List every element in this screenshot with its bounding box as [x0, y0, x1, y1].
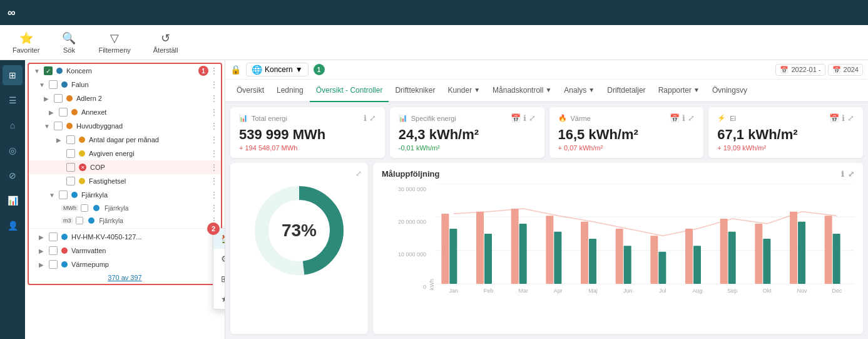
metric-change-specific: -0,01 kWh/m² — [399, 144, 536, 152]
calendar-icon-el[interactable]: 📅 — [829, 113, 839, 123]
nav-person[interactable]: 👤 — [3, 216, 23, 236]
chart-card: Måluppföljning ℹ ⤢ 30 000 000 20 000 000 — [373, 163, 863, 334]
date-start[interactable]: 📅 2022-01 - — [775, 64, 825, 76]
metric-icons-el: 📅 ℹ ⤢ — [829, 113, 854, 123]
reset-button[interactable]: ↺ Återställ — [148, 29, 183, 56]
tree-item-fastighetsel[interactable]: Fastighetsel ⋮ — [29, 174, 221, 188]
checkbox-m3[interactable] — [76, 217, 83, 224]
nav-rapporter[interactable]: Rapporter ▼ — [652, 80, 706, 102]
checkbox-avgiven[interactable] — [66, 149, 75, 158]
tree-item-adlern2[interactable]: ▶ Adlern 2 ⋮ — [29, 91, 221, 105]
nav-ovningsvy[interactable]: Övningsvy — [706, 80, 753, 102]
tree-more-antal[interactable]: ⋮ — [210, 135, 218, 145]
tree-item-huvudbyggnad[interactable]: ▼ Huvudbyggnad ⋮ — [29, 119, 221, 133]
checkbox-varmepump[interactable] — [49, 260, 58, 269]
tree-item-varmepump[interactable]: ▶ Värmepump ⋮ — [29, 258, 221, 271]
checkbox-fastighetsel[interactable] — [66, 177, 75, 185]
dot-avgiven — [79, 150, 85, 157]
nav-circle[interactable]: ◎ — [3, 140, 23, 160]
nav-ledning[interactable]: Ledning — [270, 80, 310, 102]
info-icon-specific[interactable]: ℹ — [523, 113, 526, 123]
tree-more-huvudbyggnad[interactable]: ⋮ — [210, 121, 218, 131]
tree-item-cop[interactable]: ✕ COP ⋮ — [29, 160, 221, 174]
checkbox-annexet[interactable] — [59, 108, 68, 117]
expand-icon-chart[interactable]: ⤢ — [848, 170, 854, 179]
grid-icon: ⊞ — [221, 274, 225, 284]
nav-kunder[interactable]: Kunder ▼ — [441, 80, 486, 102]
nav-oversikt[interactable]: Översikt — [230, 80, 270, 102]
tree-item-varmvatten[interactable]: ▶ Varmvatten ⋮ — [29, 244, 221, 258]
nav-layers[interactable]: ☰ — [3, 90, 23, 110]
tree-more-fastighetsel[interactable]: ⋮ — [210, 176, 218, 186]
info-icon-el[interactable]: ℹ — [842, 113, 845, 123]
checkbox-mwh[interactable] — [81, 204, 88, 212]
tree-more-falun[interactable]: ⋮ — [210, 80, 218, 90]
tree-item-koncern[interactable]: ▼ ✓ Koncern 1 ⋮ — [29, 64, 221, 78]
checkbox-hv[interactable] — [49, 232, 58, 241]
checkbox-falun[interactable] — [49, 80, 58, 89]
metric-value-specific: 24,3 kWh/m² — [399, 127, 536, 143]
org-name: Koncern — [265, 65, 293, 74]
tree-more-annexet[interactable]: ⋮ — [210, 107, 218, 117]
tree-more-mwh[interactable]: ⋮ — [210, 203, 218, 213]
calendar-icon-specific[interactable]: 📅 — [511, 113, 521, 123]
svg-rect-10 — [476, 212, 484, 284]
date-end[interactable]: 📅 2024 — [828, 64, 863, 76]
expand-icon-specific[interactable]: ⤢ — [529, 113, 536, 123]
svg-rect-37 — [790, 212, 797, 284]
nav-manadskontroll[interactable]: Månadskontroll ▼ — [486, 80, 558, 102]
tree-item-fjarrkyla[interactable]: ▼ Fjärrkyla ⋮ — [29, 188, 221, 202]
expand-icon-donut[interactable]: ⤢ — [355, 169, 362, 178]
dot-mwh — [93, 205, 100, 211]
chevron-rapporter: ▼ — [693, 86, 700, 93]
nav-driftdetaljer[interactable]: Driftdetaljer — [601, 80, 651, 102]
checkbox-adlern2[interactable] — [54, 94, 63, 103]
calendar-icon-heat[interactable]: 📅 — [670, 113, 680, 123]
context-menu-redigera[interactable]: ⚙ Redigera — [213, 249, 225, 269]
tree-item-falun[interactable]: ▼ Falun ⋮ — [29, 78, 221, 91]
nav-analys[interactable]: Analys ▼ — [558, 80, 601, 102]
filter-button[interactable]: ▽ Filtermeny — [93, 29, 135, 56]
nav-drifttekniker[interactable]: Drifttekniker — [389, 80, 441, 102]
org-badge: 1 — [314, 64, 325, 75]
favorites-label: Favoriter — [13, 46, 39, 54]
checkbox-fjarrkyla[interactable] — [59, 190, 68, 199]
org-selector[interactable]: 🌐 Koncern ▼ — [246, 63, 309, 76]
checkbox-antal[interactable] — [66, 135, 75, 144]
chart-svg: JanFebMarAprMajJunJulAugSepOktNovDec — [436, 184, 854, 303]
context-menu-bort[interactable]: ★ Ta bort från favoriter — [213, 289, 225, 309]
tree-more-avgiven[interactable]: ⋮ — [210, 149, 218, 159]
context-menu-toppnod[interactable]: ⊞ Ange som toppnod — [213, 269, 225, 289]
checkbox-koncern[interactable]: ✓ — [44, 66, 53, 75]
info-icon-chart[interactable]: ℹ — [841, 170, 844, 179]
checkbox-varmvatten[interactable] — [49, 246, 58, 255]
search-button[interactable]: 🔍 Sök — [57, 29, 81, 56]
nav-dashboard[interactable]: ⊞ — [3, 65, 23, 85]
koncern-badge: 1 — [198, 66, 208, 76]
metric-card-electricity: ⚡ El 📅 ℹ ⤢ 67,1 kWh/m² + 19,09 kWh/m² — [708, 107, 863, 158]
tree-more-cop[interactable]: ⋮ — [210, 162, 218, 172]
favorites-button[interactable]: ⭐ Favoriter — [8, 29, 44, 56]
tree-more-koncern[interactable]: ⋮ — [210, 66, 218, 76]
checkbox-huvudbyggnad[interactable] — [54, 122, 63, 130]
expand-icon-heat[interactable]: ⤢ — [688, 113, 695, 123]
svg-text:Aug: Aug — [692, 288, 702, 294]
nav-home[interactable]: ⌂ — [3, 115, 23, 135]
tree-item-antal-dagar[interactable]: ▶ Antal dagar per månad ⋮ — [29, 133, 221, 147]
tree-item-avgiven[interactable]: Avgiven energi ⋮ — [29, 147, 221, 160]
nav-chart[interactable]: 📊 — [3, 190, 23, 211]
date-start-value: 2022-01 - — [791, 66, 820, 73]
expand-icon-total[interactable]: ⤢ — [369, 113, 376, 123]
show-more-link[interactable]: 370 av 397 — [29, 271, 221, 284]
app-root: ∞ ⭐ Favoriter 🔍 Sök ▽ Filtermeny ↺ Åters… — [0, 0, 868, 339]
expand-icon-el[interactable]: ⤢ — [847, 113, 854, 123]
tree-item-annexet[interactable]: ▶ Annexet ⋮ — [29, 105, 221, 119]
checkbox-cop[interactable] — [66, 163, 75, 172]
info-icon-heat[interactable]: ℹ — [682, 113, 685, 123]
tree-more-adlern2[interactable]: ⋮ — [210, 93, 218, 103]
nav-thermometer[interactable]: ⊘ — [3, 165, 23, 185]
info-icon-total[interactable]: ℹ — [364, 113, 367, 123]
tree-item-hv[interactable]: ▶ HV-HM-KV-4050-127... ⋮ — [29, 230, 221, 244]
nav-oversikt-controller[interactable]: Översikt - Controller — [310, 80, 389, 102]
tree-more-fjarrkyla[interactable]: ⋮ — [210, 190, 218, 200]
